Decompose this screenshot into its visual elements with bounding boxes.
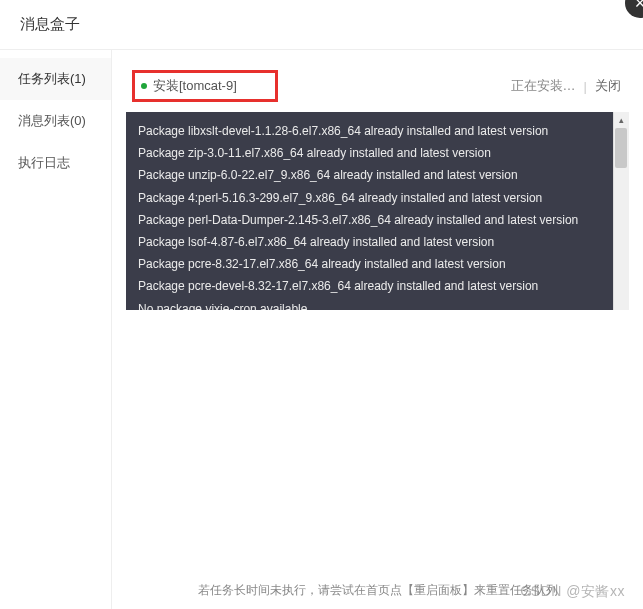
task-actions: 正在安装… | 关闭 — [511, 77, 621, 95]
sidebar-item-execlog[interactable]: 执行日志 — [0, 142, 111, 184]
log-line: Package pcre-devel-8.32-17.el7.x86_64 al… — [138, 275, 617, 297]
status-dot-icon — [141, 83, 147, 89]
log-output[interactable]: Package libxslt-devel-1.1.28-6.el7.x86_6… — [126, 112, 629, 310]
main-panel: 安装[tomcat-9] 正在安装… | 关闭 Package libxslt-… — [112, 50, 643, 609]
sidebar-item-label: 执行日志 — [18, 155, 70, 170]
task-status-text: 正在安装… — [511, 77, 576, 95]
log-line: Package lsof-4.87-6.el7.x86_64 already i… — [138, 231, 617, 253]
log-line: No package vixie-cron available. — [138, 298, 617, 311]
sidebar-item-label: 任务列表(1) — [18, 71, 86, 86]
log-line: Package pcre-8.32-17.el7.x86_64 already … — [138, 253, 617, 275]
sidebar-item-messagelist[interactable]: 消息列表(0) — [0, 100, 111, 142]
task-row: 安装[tomcat-9] 正在安装… | 关闭 — [126, 60, 629, 112]
close-icon: × — [635, 0, 643, 14]
log-container: Package libxslt-devel-1.1.28-6.el7.x86_6… — [126, 112, 629, 568]
log-line: Package unzip-6.0-22.el7_9.x86_64 alread… — [138, 164, 617, 186]
task-highlight-box: 安装[tomcat-9] — [132, 70, 278, 102]
log-line: Package perl-Data-Dumper-2.145-3.el7.x86… — [138, 209, 617, 231]
sidebar: 任务列表(1) 消息列表(0) 执行日志 — [0, 50, 112, 609]
sidebar-item-tasklist[interactable]: 任务列表(1) — [0, 58, 111, 100]
dialog-content: 任务列表(1) 消息列表(0) 执行日志 安装[tomcat-9] 正在安装… … — [0, 50, 643, 609]
footer-hint: 若任务长时间未执行，请尝试在首页点【重启面板】来重置任务队列 — [126, 568, 629, 609]
sidebar-item-label: 消息列表(0) — [18, 113, 86, 128]
message-box-dialog: 消息盒子 × 任务列表(1) 消息列表(0) 执行日志 安装[tomcat-9] — [0, 0, 643, 609]
task-close-button[interactable]: 关闭 — [595, 77, 621, 95]
dialog-title: 消息盒子 — [20, 15, 80, 34]
scrollbar-up-icon[interactable]: ▴ — [613, 112, 629, 128]
log-line: Package zip-3.0-11.el7.x86_64 already in… — [138, 142, 617, 164]
scrollbar-thumb[interactable] — [615, 128, 627, 168]
close-dialog-button[interactable]: × — [625, 0, 643, 18]
divider: | — [584, 79, 587, 94]
dialog-header: 消息盒子 × — [0, 0, 643, 50]
log-line: Package libxslt-devel-1.1.28-6.el7.x86_6… — [138, 120, 617, 142]
task-name: 安装[tomcat-9] — [153, 77, 237, 95]
log-line: Package 4:perl-5.16.3-299.el7_9.x86_64 a… — [138, 187, 617, 209]
scrollbar-track[interactable]: ▴ — [613, 112, 629, 310]
